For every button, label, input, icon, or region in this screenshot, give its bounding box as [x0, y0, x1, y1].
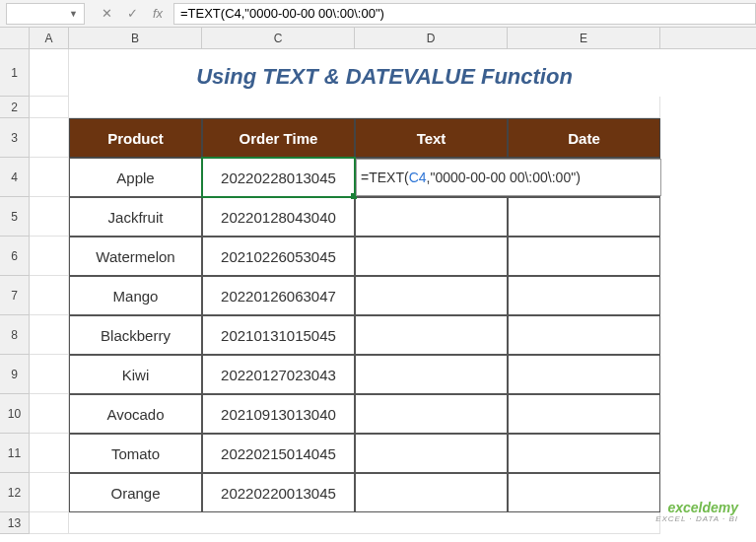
row-header-3[interactable]: 3 — [0, 118, 30, 158]
cell-text-4[interactable]: =TEXT(C4,"0000-00-00 00\:00\:00") — [355, 158, 508, 197]
cell-A6[interactable] — [30, 237, 69, 276]
row-header-13[interactable]: 13 — [0, 512, 30, 534]
cell-product-7[interactable]: Mango — [69, 276, 202, 315]
cell-date-7[interactable] — [508, 276, 660, 315]
formula-bar-icons: ✕ ✓ fx — [91, 6, 173, 21]
cell-date-12[interactable] — [508, 473, 660, 512]
cell-product-8[interactable]: Blackberry — [69, 315, 202, 355]
cell-A3[interactable] — [30, 118, 69, 158]
header-date[interactable]: Date — [508, 118, 660, 158]
row-header-4[interactable]: 4 — [0, 158, 30, 197]
cell-A7[interactable] — [30, 276, 69, 315]
row-header-8[interactable]: 8 — [0, 315, 30, 355]
select-all-corner[interactable] — [0, 28, 30, 48]
formula-prefix: = — [361, 169, 369, 185]
cell-order-time-10[interactable]: 20210913013040 — [202, 394, 355, 434]
cell-text-10[interactable] — [355, 394, 508, 434]
cell-date-11[interactable] — [508, 434, 660, 473]
accept-icon[interactable]: ✓ — [124, 6, 140, 21]
header-product[interactable]: Product — [69, 118, 202, 158]
cell-order-time-7[interactable]: 20220126063047 — [202, 276, 355, 315]
cell-order-time-8[interactable]: 20210131015045 — [202, 315, 355, 355]
cell-order-time-11[interactable]: 20220215014045 — [202, 434, 355, 473]
row-header-2[interactable]: 2 — [0, 97, 30, 118]
cell-A10[interactable] — [30, 394, 69, 434]
cell-order-time-9[interactable]: 20220127023043 — [202, 355, 355, 394]
cell-product-12[interactable]: Orange — [69, 473, 202, 512]
row-header-12[interactable]: 12 — [0, 473, 30, 512]
cell-product-9[interactable]: Kiwi — [69, 355, 202, 394]
cell-text-6[interactable] — [355, 237, 508, 276]
page-title: Using TEXT & DATEVALUE Function — [69, 49, 700, 97]
cell-A12[interactable] — [30, 473, 69, 512]
cell-text-9[interactable] — [355, 355, 508, 394]
cell-product-10[interactable]: Avocado — [69, 394, 202, 434]
cell-A4[interactable] — [30, 158, 69, 197]
row-header-10[interactable]: 10 — [0, 394, 30, 434]
row-header-11[interactable]: 11 — [0, 434, 30, 473]
cell-text-8[interactable] — [355, 315, 508, 355]
header-text[interactable]: Text — [355, 118, 508, 158]
formula-rest: ,"0000-00-00 00\:00\:00") — [427, 169, 581, 185]
chevron-down-icon[interactable]: ▼ — [69, 9, 78, 19]
row-header-7[interactable]: 7 — [0, 276, 30, 315]
formula-input[interactable]: =TEXT(C4,"0000-00-00 00\:00\:00") — [173, 3, 756, 25]
cell-date-5[interactable] — [508, 197, 660, 237]
cell-product-6[interactable]: Watermelon — [69, 237, 202, 276]
cell-product-4[interactable]: Apple — [69, 158, 202, 197]
cell-order-time-5[interactable]: 20220128043040 — [202, 197, 355, 237]
formula-ref: C4 — [409, 169, 427, 185]
cell-product-11[interactable]: Tomato — [69, 434, 202, 473]
cell-blank-13[interactable] — [69, 512, 660, 534]
col-header-D[interactable]: D — [355, 28, 508, 48]
cell-text-7[interactable] — [355, 276, 508, 315]
cell-A5[interactable] — [30, 197, 69, 237]
cell-order-time-12[interactable]: 20220220013045 — [202, 473, 355, 512]
cell-A13[interactable] — [30, 512, 69, 534]
header-order-time[interactable]: Order Time — [202, 118, 355, 158]
row-header-1[interactable]: 1 — [0, 49, 30, 97]
cell-A11[interactable] — [30, 434, 69, 473]
cell-text-5[interactable] — [355, 197, 508, 237]
formula-text: =TEXT(C4,"0000-00-00 00\:00\:00") — [180, 6, 384, 21]
cell-order-time-4[interactable]: 20220228013045 — [202, 158, 355, 197]
cell-order-time-6[interactable]: 20210226053045 — [202, 237, 355, 276]
cell-text-12[interactable] — [355, 473, 508, 512]
row-header-5[interactable]: 5 — [0, 197, 30, 237]
cell-product-5[interactable]: Jackfruit — [69, 197, 202, 237]
cell-A2[interactable] — [30, 97, 69, 118]
formula-func: TEXT — [369, 169, 404, 185]
fx-icon[interactable]: fx — [150, 6, 166, 21]
cell-A1[interactable] — [30, 49, 69, 97]
cell-date-6[interactable] — [508, 237, 660, 276]
cell-A9[interactable] — [30, 355, 69, 394]
cell-date-8[interactable] — [508, 315, 660, 355]
cell-edit-overlay[interactable]: =TEXT(C4,"0000-00-00 00\:00\:00") — [356, 159, 661, 196]
column-headers: A B C D E — [0, 28, 756, 49]
watermark: exceldemy EXCEL · DATA · BI — [655, 501, 738, 524]
col-header-B[interactable]: B — [69, 28, 202, 48]
watermark-tag: EXCEL · DATA · BI — [655, 515, 738, 524]
col-header-C[interactable]: C — [202, 28, 355, 48]
formula-bar: ▼ ✕ ✓ fx =TEXT(C4,"0000-00-00 00\:00\:00… — [0, 0, 756, 28]
name-box[interactable]: ▼ — [6, 3, 85, 25]
cell-date-9[interactable] — [508, 355, 660, 394]
col-header-A[interactable]: A — [30, 28, 69, 48]
cell-blank-2[interactable] — [69, 97, 660, 118]
col-header-E[interactable]: E — [508, 28, 660, 48]
cell-date-10[interactable] — [508, 394, 660, 434]
cancel-icon[interactable]: ✕ — [99, 6, 114, 21]
row-header-6[interactable]: 6 — [0, 237, 30, 276]
row-header-9[interactable]: 9 — [0, 355, 30, 394]
watermark-brand: exceldemy — [667, 500, 738, 515]
cell-A8[interactable] — [30, 315, 69, 355]
cell-text-11[interactable] — [355, 434, 508, 473]
